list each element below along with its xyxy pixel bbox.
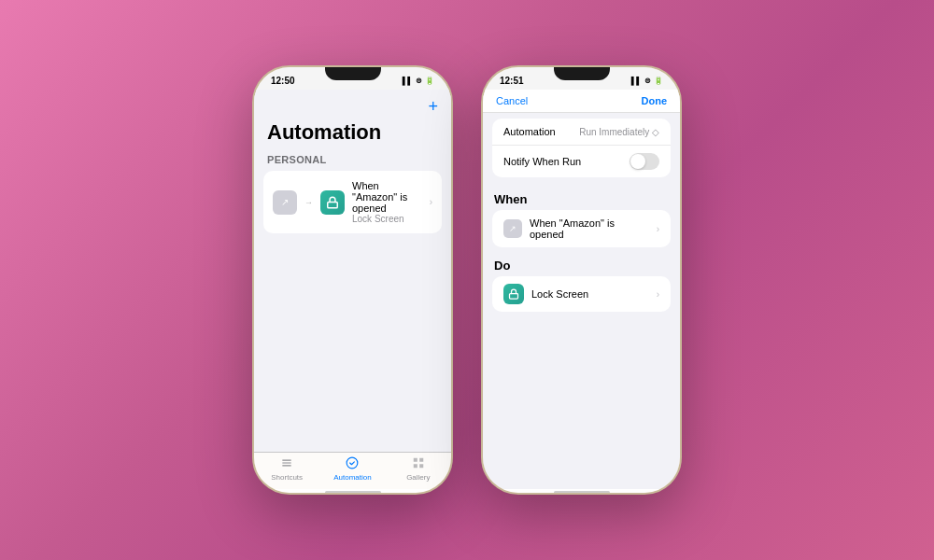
wifi-icon-2: ⊜ [644,77,651,85]
tab-shortcuts[interactable]: Shortcuts [254,456,319,482]
automation-row[interactable]: Automation Run Immediately ◇ [492,119,671,146]
status-bar-1: 12:50 ▌▌ ⊜ 🔋 [254,67,451,90]
signal-icon-2: ▌▌ [631,77,642,85]
phone-2: 12:51 ▌▌ ⊜ 🔋 Cancel Done Automation Run … [481,65,682,495]
notify-label: Notify When Run [503,156,581,167]
notify-toggle[interactable] [630,153,659,170]
do-section-header: Do [483,249,680,274]
app-icon: ↗ [273,190,297,215]
automation-screen: + Automation Personal ↗ → When "Amazon" … [254,90,451,452]
battery-icon: 🔋 [425,77,434,85]
page-title: Automation [254,120,451,150]
list-item-content: When "Amazon" is opened Lock Screen [352,180,422,224]
when-item-text: When "Amazon" is opened [530,217,649,240]
status-bar-2: 12:51 ▌▌ ⊜ 🔋 [483,67,680,90]
do-item[interactable]: Lock Screen › [492,276,671,312]
tab-gallery[interactable]: Gallery [386,456,451,482]
detail-nav: Cancel Done [483,90,680,113]
svg-point-1 [347,457,359,469]
home-indicator-1 [254,489,451,493]
home-bar-2 [554,491,610,494]
svg-rect-0 [328,202,338,207]
arrow-connector: → [304,198,313,207]
done-button[interactable]: Done [642,95,668,106]
section-label: Personal [254,150,451,169]
automation-header: + [254,90,451,120]
signal-icon: ▌▌ [403,77,413,85]
tab-automation[interactable]: Automation [319,456,385,482]
do-item-text: Lock Screen [531,288,649,300]
time-2: 12:51 [500,76,524,86]
automation-tab-label: Automation [333,473,371,482]
notch-2 [554,67,610,80]
when-chevron: › [657,224,659,234]
home-bar-1 [325,491,381,494]
cancel-button[interactable]: Cancel [496,95,528,106]
automation-tab-icon [346,456,359,472]
battery-icon-2: 🔋 [654,77,663,85]
do-chevron: › [657,289,659,300]
chevron-icon: › [430,197,432,207]
notify-row: Notify When Run [492,146,671,177]
lock-screen-do-icon [503,284,524,304]
tab-bar: Shortcuts Automation Gallery [254,452,451,489]
status-icons-2: ▌▌ ⊜ 🔋 [631,77,663,85]
list-item-subtitle: Lock Screen [352,214,422,224]
phone-1: 12:50 ▌▌ ⊜ 🔋 + Automation Personal ↗ → W… [252,65,453,495]
automation-label: Automation [503,126,556,137]
detail-screen: Cancel Done Automation Run Immediately ◇… [483,90,680,489]
shortcuts-tab-icon [280,456,293,472]
add-button[interactable]: + [428,97,438,117]
automation-value: Run Immediately ◇ [579,127,659,137]
status-icons-1: ▌▌ ⊜ 🔋 [403,77,434,85]
svg-rect-2 [510,294,518,300]
settings-section: Automation Run Immediately ◇ Notify When… [492,119,671,177]
lock-screen-icon [320,190,345,215]
when-section-header: When [483,183,680,208]
time-1: 12:50 [271,76,295,86]
gallery-tab-label: Gallery [406,473,430,482]
notch-1 [325,67,381,80]
list-item-title: When "Amazon" is opened [352,180,422,214]
when-item[interactable]: ↗ When "Amazon" is opened › [492,210,671,247]
automation-list-item[interactable]: ↗ → When "Amazon" is opened Lock Screen … [263,171,442,233]
when-app-icon: ↗ [503,219,522,238]
gallery-tab-icon [412,456,425,472]
wifi-icon: ⊜ [416,77,422,85]
home-indicator-2 [483,489,680,493]
shortcuts-tab-label: Shortcuts [271,473,303,482]
